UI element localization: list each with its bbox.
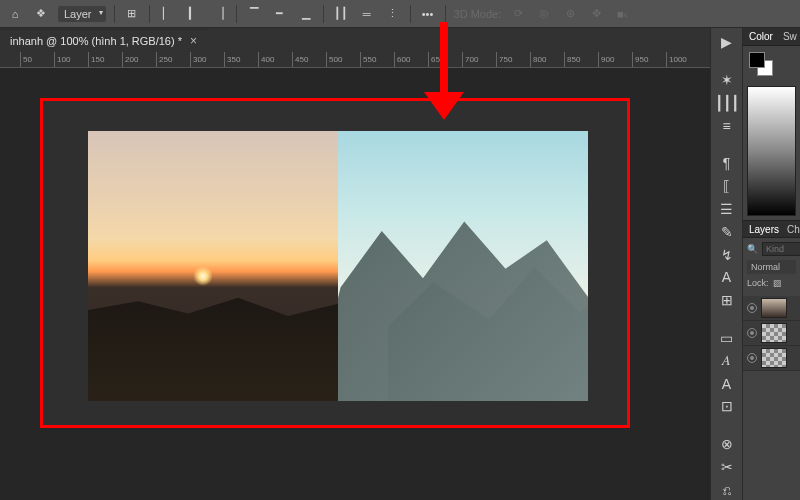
layer-row-3[interactable] [743, 346, 800, 371]
dock-tool-3[interactable]: ≡ [715, 115, 739, 136]
horizontal-ruler: 5010015020025030035040045050055060065070… [0, 52, 800, 68]
color-picker-gradient[interactable] [747, 86, 796, 216]
layers-tab[interactable]: Layers [749, 224, 779, 235]
ruler-tick: 500 [326, 52, 342, 67]
align-middle-icon[interactable]: ━ [271, 5, 289, 23]
dock-tool-5[interactable]: ⟦ [715, 175, 739, 196]
ruler-tick: 600 [394, 52, 410, 67]
ruler-tick: 850 [564, 52, 580, 67]
canvas-image-right [338, 131, 588, 401]
dock-tool-12[interactable]: 𝐴 [715, 350, 739, 371]
lock-label: Lock: [747, 278, 769, 288]
layer-row-2[interactable] [743, 321, 800, 346]
sunset-glow [193, 266, 213, 286]
dock-tool-7[interactable]: ✎ [715, 221, 739, 242]
align-center-h-icon[interactable]: ▎ [184, 5, 202, 23]
ruler-tick: 450 [292, 52, 308, 67]
dock-tool-4[interactable]: ¶ [715, 152, 739, 173]
layers-controls: 🔍 Normal Lock: ▨ [743, 238, 800, 296]
dock-tool-8[interactable]: ↯ [715, 244, 739, 265]
ruler-tick: 700 [462, 52, 478, 67]
right-panels: Color Sw Layers Ch 🔍 Normal Lock: ▨ [742, 28, 800, 500]
ruler-tick: 650 [428, 52, 444, 67]
layer-thumbnail [761, 323, 787, 343]
align-left-icon[interactable]: ▏ [158, 5, 176, 23]
ruler-tick: 950 [632, 52, 648, 67]
fg-bg-swatch[interactable] [749, 52, 773, 76]
channels-tab[interactable]: Ch [787, 224, 800, 235]
more-options-icon[interactable]: ••• [419, 5, 437, 23]
document-canvas[interactable] [88, 131, 588, 401]
target-layer-dropdown[interactable]: Layer [58, 6, 106, 22]
dock-tool-9[interactable]: A [715, 267, 739, 288]
blend-mode-dropdown[interactable]: Normal [747, 260, 796, 274]
camera-icon: ■‹ [613, 5, 631, 23]
foreground-rock [88, 280, 338, 402]
ruler-tick: 150 [88, 52, 104, 67]
visibility-toggle-icon[interactable] [747, 328, 757, 338]
close-tab-icon[interactable]: × [190, 34, 197, 48]
canvas-area [0, 68, 710, 500]
dock-tool-13[interactable]: A [715, 373, 739, 394]
layer-thumbnail [761, 298, 787, 318]
color-swatch-area [743, 46, 800, 82]
dock-tool-14[interactable]: ⊡ [715, 396, 739, 417]
document-tab-bar: inhanh @ 100% (hình 1, RGB/16) * × [0, 28, 800, 52]
dolly-icon: ⊛ [561, 5, 579, 23]
distribute-v-icon[interactable]: ═ [358, 5, 376, 23]
layer-filter-input[interactable] [762, 242, 800, 256]
visibility-toggle-icon[interactable] [747, 303, 757, 313]
move-3d-icon: ✥ [587, 5, 605, 23]
dock-tool-17[interactable]: ⎌ [715, 479, 739, 500]
layers-stack-icon[interactable]: ❖ [32, 5, 50, 23]
dock-tool-6[interactable]: ☰ [715, 198, 739, 219]
ruler-tick: 250 [156, 52, 172, 67]
swatches-tab[interactable]: Sw [783, 31, 797, 42]
document-tab[interactable]: inhanh @ 100% (hình 1, RGB/16) * × [0, 29, 207, 52]
color-panel-tabs: Color Sw [743, 28, 800, 46]
ruler-tick: 50 [20, 52, 32, 67]
ruler-tick: 750 [496, 52, 512, 67]
annotation-red-box [40, 98, 630, 428]
search-icon[interactable]: 🔍 [747, 244, 758, 254]
right-tool-dock: ▶✶┃┃┃≡¶⟦☰✎↯A⊞▭𝐴A⊡⊗✂⎌ [710, 28, 742, 500]
layers-panel-tabs: Layers Ch [743, 220, 800, 238]
document-tab-title: inhanh @ 100% (hình 1, RGB/16) * [10, 35, 182, 47]
ruler-tick: 100 [54, 52, 70, 67]
distribute-spacing-icon[interactable]: ⋮ [384, 5, 402, 23]
dock-tool-10[interactable]: ⊞ [715, 290, 739, 311]
dock-tool-1[interactable]: ✶ [715, 69, 739, 90]
ruler-tick: 1000 [666, 52, 687, 67]
orbit-icon: ⟳ [509, 5, 527, 23]
home-icon[interactable]: ⌂ [6, 5, 24, 23]
align-right-icon[interactable]: ▕ [210, 5, 228, 23]
canvas-image-left [88, 131, 338, 401]
align-top-icon[interactable]: ▔ [245, 5, 263, 23]
color-tab[interactable]: Color [749, 31, 773, 42]
ruler-tick: 900 [598, 52, 614, 67]
align-grid-icon[interactable]: ⊞ [123, 5, 141, 23]
dock-tool-16[interactable]: ✂ [715, 456, 739, 477]
options-bar: ⌂ ❖ Layer ⊞ ▏ ▎ ▕ ▔ ━ ▁ ┃┃ ═ ⋮ ••• 3D Mo… [0, 0, 800, 28]
visibility-toggle-icon[interactable] [747, 353, 757, 363]
dock-tool-2[interactable]: ┃┃┃ [715, 92, 739, 113]
lock-transparency-icon[interactable]: ▨ [773, 278, 782, 288]
pan-icon: ◎ [535, 5, 553, 23]
layer-row-1[interactable] [743, 296, 800, 321]
layer-thumbnail [761, 348, 787, 368]
align-bottom-icon[interactable]: ▁ [297, 5, 315, 23]
dock-tool-15[interactable]: ⊗ [715, 433, 739, 454]
dock-tool-0[interactable]: ▶ [715, 32, 739, 53]
ruler-tick: 800 [530, 52, 546, 67]
near-mountains [338, 212, 588, 401]
ruler-tick: 350 [224, 52, 240, 67]
three-d-mode-label: 3D Mode: [454, 8, 502, 20]
ruler-tick: 400 [258, 52, 274, 67]
ruler-tick: 300 [190, 52, 206, 67]
ruler-tick: 550 [360, 52, 376, 67]
distribute-h-icon[interactable]: ┃┃ [332, 5, 350, 23]
dock-tool-11[interactable]: ▭ [715, 327, 739, 348]
foreground-color-swatch[interactable] [749, 52, 765, 68]
ruler-tick: 200 [122, 52, 138, 67]
